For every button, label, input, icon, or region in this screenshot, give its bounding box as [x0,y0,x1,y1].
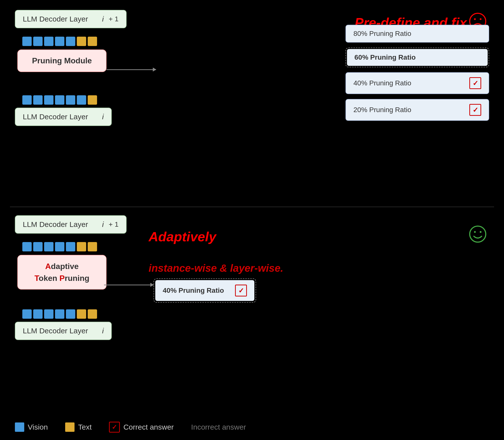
bottom-decoder-top: LLM Decoder Layer i + 1 [15,215,127,234]
legend-yellow-box [65,422,75,432]
ratio-20: 20% Pruning Ratio ✓ [345,99,489,121]
divider [10,207,494,207]
token-blue-3 [44,37,53,46]
legend-check-icon: ✓ [109,422,120,433]
bottom-section: LLM Decoder Layer i + 1 Adaptive Token P… [10,215,494,421]
top-section: Pre-define and fix LLM Decoder Layer i +… [10,10,494,203]
token-yellow-2 [88,37,97,46]
svg-point-4 [474,231,476,233]
top-right-ratios: 80% Pruning Ratio 60% Pruning Ratio 40% … [345,25,489,126]
ratio-80: 80% Pruning Ratio [345,25,489,43]
ratio-60: 60% Pruning Ratio [347,49,488,66]
svg-point-2 [480,18,481,20]
token-blue-2 [33,37,43,46]
ratio-40-bottom: 40% Pruning Ratio ✓ [155,280,254,301]
token-blue-5 [66,37,75,46]
svg-point-1 [474,18,476,20]
legend-blue-box [15,422,24,432]
check-40-bottom: ✓ [235,285,247,296]
top-decoder-bottom: LLM Decoder Layer i [15,108,112,126]
check-40: ✓ [469,77,481,89]
legend-correct: ✓ Correct answer [109,422,174,433]
token-row-bottom-top [22,95,97,105]
token-row-b-bottom [22,309,97,319]
svg-point-3 [470,226,486,242]
token-yellow-1 [77,37,86,46]
atp-box: Adaptive Token Pruning [17,255,106,290]
pruning-arrow [106,69,156,70]
bottom-decoder-bottom: LLM Decoder Layer i [15,322,112,340]
legend-incorrect: Incorrect answer [191,423,246,431]
top-decoder-top: LLM Decoder Layer i + 1 [15,10,127,28]
ratio-40: 40% Pruning Ratio ✓ [345,72,489,94]
instance-wise-label: instance-wise & layer-wise. [149,262,283,274]
ratio-40-dashed: 40% Pruning Ratio ✓ [154,278,256,303]
token-blue-4 [55,37,64,46]
happy-face-icon [469,225,487,243]
legend-vision: Vision [15,422,48,432]
legend-text: Text [65,422,92,432]
token-row-b-top [22,242,97,251]
adaptively-label: Adaptively [149,229,216,244]
svg-point-5 [480,231,481,233]
bottom-ratio-area: 40% Pruning Ratio ✓ [154,278,256,303]
atp-arrow [104,285,154,285]
legend: Vision Text ✓ Correct answer Incorrect a… [15,422,489,433]
token-row-top [22,37,97,46]
check-20: ✓ [469,104,481,116]
token-blue-1 [22,37,32,46]
ratio-60-dashed: 60% Pruning Ratio [345,48,489,67]
pruning-module-box: Pruning Module [17,49,106,72]
